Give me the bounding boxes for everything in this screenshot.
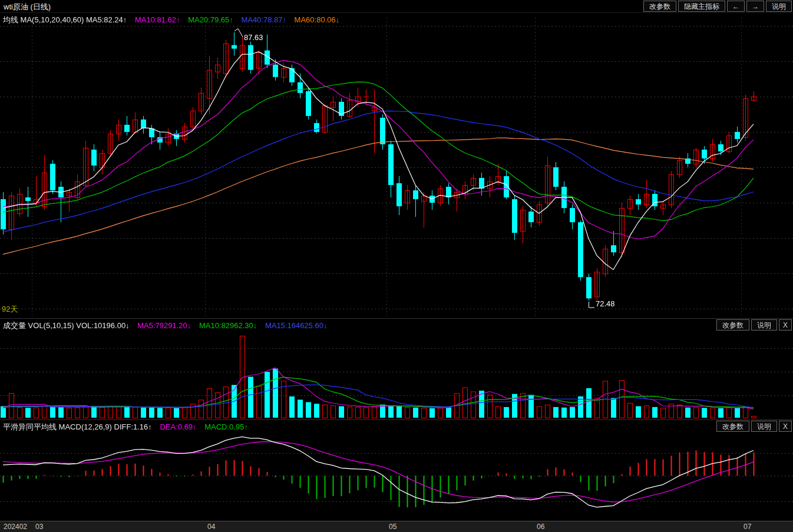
x-axis-label: 202402 xyxy=(4,523,27,531)
macd-header-base: 平滑异同平均线 MACD(12,26,9) DIFF:1.16↑ xyxy=(3,422,152,431)
visible-days-label: 92天 xyxy=(2,304,18,315)
title-bar: wti原油 (日线) 改参数 隐藏主指标 ← → 说明 xyxy=(0,0,793,13)
macd-pane-buttons: 改参数 说明 X xyxy=(716,421,792,432)
vol-ma10-value: MA10:82962.30↓ xyxy=(199,321,257,330)
x-axis-label: 06 xyxy=(537,523,544,531)
scroll-left-arrow-button[interactable]: ← xyxy=(727,1,745,12)
change-params-button[interactable]: 改参数 xyxy=(643,1,676,12)
scroll-right-arrow-button[interactable]: → xyxy=(746,1,764,12)
dea-value: DEA:0.69↑ xyxy=(160,422,196,431)
macd-indicator-header: 平滑异同平均线 MACD(12,26,9) DIFF:1.16↑ DEA:0.6… xyxy=(3,422,254,432)
macd-pane: 平滑异同平均线 MACD(12,26,9) DIFF:1.16↑ DEA:0.6… xyxy=(0,419,793,521)
chart-title: wti原油 (日线) xyxy=(4,2,51,12)
volume-change-params-button[interactable]: 改参数 xyxy=(716,319,749,331)
chart-application: wti原油 (日线) 改参数 隐藏主指标 ← → 说明 均线 MA(5,10,2… xyxy=(0,0,793,532)
macd-chart-canvas[interactable] xyxy=(0,420,793,521)
volume-help-button[interactable]: 说明 xyxy=(751,319,777,331)
ma10-value: MA10:81.62↑ xyxy=(135,15,180,24)
ma-indicator-header: 均线 MA(5,10,20,40,60) MA5:82.24↑ MA10:81.… xyxy=(3,15,345,25)
ma40-value: MA40:78.87↑ xyxy=(241,15,286,24)
x-axis-label: 04 xyxy=(207,523,215,531)
volume-chart-canvas[interactable] xyxy=(0,319,793,419)
hide-main-indicator-button[interactable]: 隐藏主指标 xyxy=(678,1,725,12)
ma60-value: MA60:80.06↓ xyxy=(295,15,340,24)
main-price-pane: 均线 MA(5,10,20,40,60) MA5:82.24↑ MA10:81.… xyxy=(0,13,793,318)
macd-change-params-button[interactable]: 改参数 xyxy=(716,421,749,432)
x-axis-label: 07 xyxy=(744,523,751,531)
vol-ma5-value: MA5:79291.20↓ xyxy=(137,321,191,330)
x-axis-label: 05 xyxy=(389,523,396,531)
high-price-annotation: 87.63 xyxy=(244,33,263,42)
macd-close-button[interactable]: X xyxy=(779,421,792,432)
low-price-annotation: 72.48 xyxy=(596,299,615,308)
ma-header-base: 均线 MA(5,10,20,40,60) MA5:82.24↑ xyxy=(3,15,127,24)
title-bar-buttons: 改参数 隐藏主指标 ← → 说明 xyxy=(643,1,792,12)
time-axis[interactable]: 2024020304050607 xyxy=(0,521,793,532)
x-axis-label: 03 xyxy=(35,523,43,531)
macd-value: MACD:0.95↑ xyxy=(204,422,248,431)
main-chart-canvas[interactable] xyxy=(0,13,793,318)
volume-close-button[interactable]: X xyxy=(779,319,792,331)
help-button[interactable]: 说明 xyxy=(766,1,792,12)
volume-indicator-header: 成交量 VOL(5,10,15) VOL:10196.00↓ MA5:79291… xyxy=(3,320,333,331)
vol-header-base: 成交量 VOL(5,10,15) VOL:10196.00↓ xyxy=(3,321,130,330)
ma20-value: MA20:79.65↑ xyxy=(188,15,233,24)
volume-pane-buttons: 改参数 说明 X xyxy=(716,319,792,331)
volume-pane: 成交量 VOL(5,10,15) VOL:10196.00↓ MA5:79291… xyxy=(0,318,793,419)
macd-help-button[interactable]: 说明 xyxy=(751,421,777,432)
vol-ma15-value: MA15:164625.60↓ xyxy=(265,321,328,330)
